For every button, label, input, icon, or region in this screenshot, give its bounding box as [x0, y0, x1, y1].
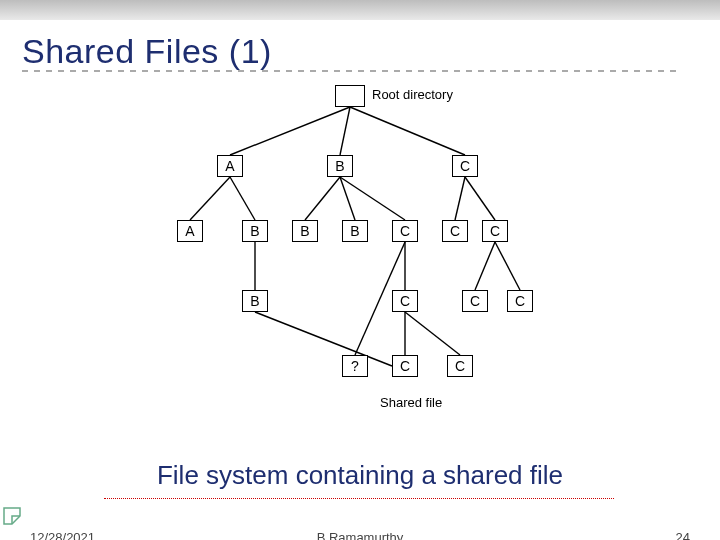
tree-node: A: [177, 220, 203, 242]
tree-node: C: [482, 220, 508, 242]
tree-edges: [140, 85, 580, 445]
footer-date: 12/28/2021: [30, 530, 95, 540]
tree-node: C: [462, 290, 488, 312]
tree-node: C: [392, 220, 418, 242]
footer-page: 24: [676, 530, 690, 540]
slide-title: Shared Files (1): [0, 20, 720, 71]
svg-line-7: [340, 177, 405, 220]
root-label: Root directory: [372, 87, 453, 102]
tree-node: C: [442, 220, 468, 242]
tree-node: B: [342, 220, 368, 242]
slide-caption: File system containing a shared file: [0, 460, 720, 491]
tree-node: B: [242, 220, 268, 242]
svg-line-6: [340, 177, 355, 220]
svg-line-9: [465, 177, 495, 220]
file-tree-diagram: Root directory A B C A B B B C C C B C ?…: [140, 85, 580, 445]
svg-line-13: [475, 242, 495, 290]
window-titlebar: [0, 0, 720, 20]
shared-file-label: Shared file: [380, 395, 442, 410]
svg-line-2: [350, 107, 465, 155]
tree-node: C: [392, 290, 418, 312]
caption-underline: [104, 498, 614, 499]
svg-line-17: [255, 312, 392, 366]
corner-fold-icon: [2, 506, 22, 526]
tree-node: B: [327, 155, 353, 177]
title-underline: [22, 70, 682, 72]
svg-line-3: [190, 177, 230, 220]
tree-node: A: [217, 155, 243, 177]
svg-line-1: [340, 107, 350, 155]
tree-node: C: [392, 355, 418, 377]
tree-node: B: [242, 290, 268, 312]
tree-node: ?: [342, 355, 368, 377]
tree-node: C: [447, 355, 473, 377]
svg-line-0: [230, 107, 350, 155]
tree-node: C: [507, 290, 533, 312]
svg-line-14: [495, 242, 520, 290]
svg-line-4: [230, 177, 255, 220]
svg-line-16: [405, 312, 460, 355]
svg-line-8: [455, 177, 465, 220]
tree-node: B: [292, 220, 318, 242]
tree-node: C: [452, 155, 478, 177]
tree-node-root: [335, 85, 365, 107]
svg-line-5: [305, 177, 340, 220]
footer-author: B.Ramamurthy: [317, 530, 404, 540]
